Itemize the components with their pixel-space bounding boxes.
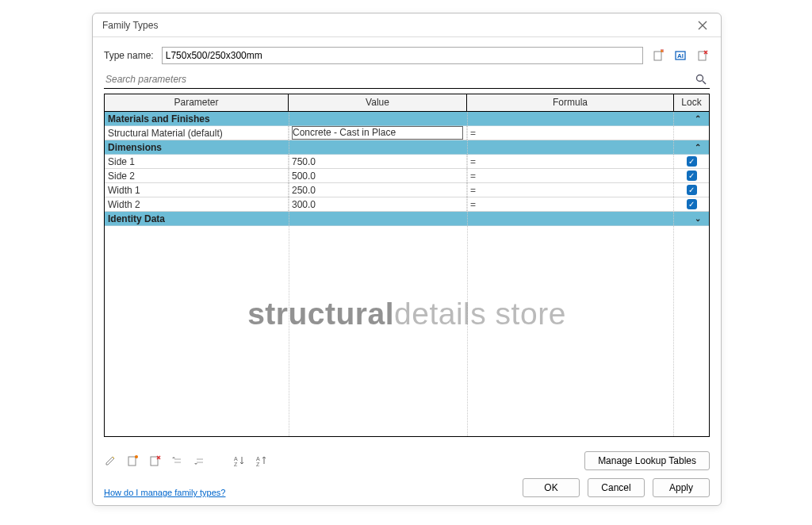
- param-formula[interactable]: [467, 183, 674, 197]
- table-row[interactable]: Width 1 250.0 ✓: [105, 183, 709, 197]
- param-name: Width 1: [105, 183, 289, 197]
- table-row[interactable]: Width 2 300.0 ✓: [105, 197, 709, 212]
- sort-ascending-icon[interactable]: AZ: [232, 454, 247, 468]
- col-header-lock[interactable]: Lock: [674, 94, 709, 111]
- search-input[interactable]: [105, 72, 694, 86]
- param-lock[interactable]: ✓: [674, 155, 709, 168]
- checkbox-checked-icon: ✓: [687, 199, 697, 209]
- checkbox-checked-icon: ✓: [687, 185, 697, 195]
- param-lock[interactable]: ✓: [674, 183, 709, 197]
- param-lock[interactable]: ✓: [674, 197, 709, 211]
- section-materials[interactable]: Materials and Finishes ⌃: [105, 112, 709, 126]
- chevron-up-icon: ⌃: [695, 112, 706, 126]
- grid-body: Materials and Finishes ⌃ Structural Mate…: [105, 112, 709, 436]
- col-header-value[interactable]: Value: [289, 94, 467, 111]
- move-up-icon[interactable]: [170, 454, 185, 468]
- type-name-row: Type name: AI: [104, 47, 710, 64]
- grid-header: Parameter Value Formula Lock: [105, 94, 709, 112]
- param-name: Width 2: [105, 197, 289, 211]
- toolbar: AZ AZ Manage Lookup Tables: [104, 451, 710, 470]
- manage-lookup-tables-button[interactable]: Manage Lookup Tables: [584, 451, 710, 470]
- param-formula[interactable]: [467, 197, 674, 211]
- section-dimensions-label: Dimensions: [108, 140, 162, 155]
- param-name: Structural Material (default): [105, 126, 289, 140]
- search-row: [104, 72, 710, 89]
- checkbox-checked-icon: ✓: [687, 171, 697, 181]
- apply-button[interactable]: Apply: [653, 478, 710, 497]
- section-identity[interactable]: Identity Data ⌄: [105, 212, 709, 226]
- rename-type-icon[interactable]: AI: [673, 48, 688, 63]
- titlebar: Family Types: [93, 13, 721, 37]
- new-type-icon[interactable]: [651, 48, 665, 63]
- svg-text:AI: AI: [677, 52, 684, 59]
- svg-point-7: [135, 455, 138, 458]
- svg-rect-6: [128, 457, 136, 466]
- type-name-select[interactable]: [162, 47, 643, 64]
- section-identity-label: Identity Data: [108, 212, 165, 226]
- cancel-button[interactable]: Cancel: [588, 478, 645, 497]
- dialog-buttons: OK Cancel Apply: [523, 478, 710, 497]
- svg-rect-0: [654, 52, 661, 60]
- close-icon[interactable]: [691, 17, 714, 34]
- param-value[interactable]: 750.0: [289, 155, 467, 168]
- svg-point-1: [661, 50, 663, 52]
- param-formula[interactable]: [467, 155, 674, 168]
- checkbox-checked-icon: ✓: [687, 156, 697, 167]
- delete-type-icon[interactable]: [695, 48, 710, 63]
- help-link[interactable]: How do I manage family types?: [104, 488, 225, 497]
- param-formula[interactable]: [467, 169, 674, 182]
- table-row[interactable]: Side 1 750.0 ✓: [105, 155, 709, 169]
- table-row[interactable]: Structural Material (default) Concrete -…: [105, 126, 709, 140]
- col-header-formula[interactable]: Formula: [467, 94, 674, 111]
- svg-point-5: [697, 75, 703, 82]
- sort-descending-icon[interactable]: AZ: [255, 454, 269, 468]
- family-types-dialog: Family Types Type name: AI: [92, 13, 722, 506]
- svg-text:Z: Z: [234, 462, 238, 467]
- parameter-grid: Parameter Value Formula Lock Materials a…: [104, 94, 710, 437]
- move-down-icon[interactable]: [193, 454, 207, 468]
- dialog-footer: AZ AZ Manage Lookup Tables How do I mana…: [93, 445, 721, 505]
- ok-button[interactable]: OK: [523, 478, 580, 497]
- new-parameter-icon[interactable]: [126, 454, 140, 468]
- section-materials-label: Materials and Finishes: [108, 112, 210, 126]
- section-dimensions[interactable]: Dimensions ⌃: [105, 140, 709, 155]
- param-value[interactable]: 500.0: [289, 169, 467, 182]
- search-icon[interactable]: [694, 72, 708, 86]
- param-formula[interactable]: [467, 126, 674, 140]
- svg-text:Z: Z: [256, 462, 260, 467]
- param-value[interactable]: 300.0: [289, 197, 467, 211]
- pencil-icon[interactable]: [104, 454, 118, 468]
- param-name: Side 2: [105, 169, 289, 182]
- chevron-up-icon: ⌃: [695, 140, 706, 155]
- col-header-parameter[interactable]: Parameter: [105, 94, 289, 111]
- dialog-title: Family Types: [102, 20, 691, 31]
- table-row[interactable]: Side 2 500.0 ✓: [105, 169, 709, 183]
- param-value[interactable]: Concrete - Cast in Place: [289, 126, 467, 140]
- delete-parameter-icon[interactable]: [148, 454, 163, 468]
- param-lock[interactable]: [674, 126, 709, 140]
- param-name: Side 1: [105, 155, 289, 168]
- type-name-label: Type name:: [104, 50, 154, 61]
- svg-rect-8: [151, 457, 158, 466]
- param-value[interactable]: 250.0: [289, 183, 467, 197]
- svg-text:A: A: [256, 456, 260, 462]
- param-lock[interactable]: ✓: [674, 169, 709, 182]
- chevron-down-icon: ⌄: [695, 212, 706, 226]
- svg-text:A: A: [234, 456, 238, 462]
